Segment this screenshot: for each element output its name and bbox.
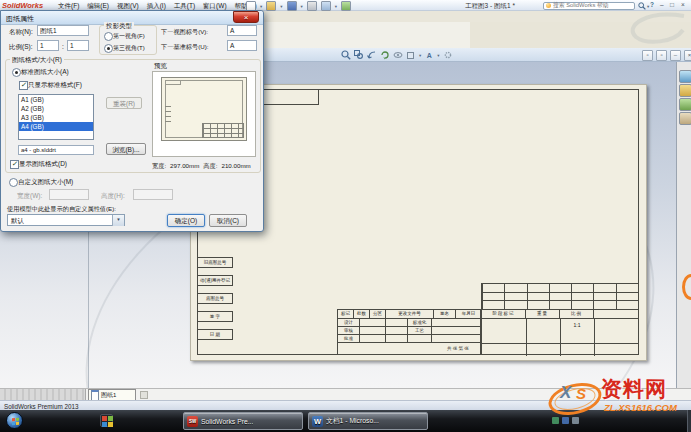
third-angle-radio[interactable] bbox=[104, 44, 113, 53]
title-block-right: 阶段标记 重量 比例 1:1 bbox=[481, 283, 639, 355]
minimize-icon[interactable]: – bbox=[660, 1, 664, 9]
search-icon[interactable]: ▾ bbox=[638, 2, 649, 10]
next-datum-label: 下一基准标号(U): bbox=[161, 43, 208, 52]
name-value: 图纸1 bbox=[40, 27, 57, 34]
custom-props-dropdown[interactable]: 默认 ▼ bbox=[7, 214, 125, 226]
custom-size-radio[interactable] bbox=[9, 178, 18, 187]
restore-icon[interactable]: □ bbox=[670, 1, 674, 9]
solidworks-app-icon: SW bbox=[187, 416, 198, 427]
scale-cell: 比例 bbox=[560, 310, 594, 319]
role-cell: 标准化 bbox=[408, 319, 432, 327]
windows-flag-icon bbox=[12, 417, 19, 425]
only-standard-checkbox[interactable] bbox=[19, 81, 28, 90]
aux-block: 日 期 bbox=[197, 329, 233, 340]
name-label: 名称(N): bbox=[9, 28, 33, 37]
open-icon[interactable] bbox=[266, 1, 276, 11]
save-icon[interactable] bbox=[287, 1, 297, 11]
undo-icon[interactable] bbox=[321, 1, 331, 11]
hide-show-items-icon[interactable] bbox=[393, 50, 403, 60]
role-row: 批准 bbox=[338, 335, 482, 343]
ok-button[interactable]: 确定(O) bbox=[167, 214, 205, 227]
redraw-icon[interactable] bbox=[380, 50, 390, 60]
dialog-close-icon[interactable]: × bbox=[233, 11, 259, 23]
sheet-size-option[interactable]: A2 (GB) bbox=[19, 104, 93, 113]
previous-view-icon[interactable] bbox=[367, 50, 377, 60]
custom-height-label: 高度(H): bbox=[101, 192, 125, 201]
display-style-icon[interactable] bbox=[406, 50, 416, 60]
role-row: 设计 标准化 bbox=[338, 319, 482, 327]
pinned-app-icon[interactable] bbox=[100, 414, 113, 427]
scale-numerator-input[interactable]: 1 bbox=[37, 40, 59, 51]
scale-num: 1 bbox=[40, 42, 44, 49]
first-angle-radio[interactable] bbox=[104, 32, 113, 41]
format-file-input[interactable]: a4 - gb.slddrt bbox=[18, 145, 94, 155]
start-button[interactable] bbox=[6, 412, 23, 429]
view-palette-icon[interactable] bbox=[679, 112, 691, 125]
print-icon[interactable] bbox=[307, 1, 317, 11]
display-format-checkbox[interactable] bbox=[10, 160, 19, 169]
scale-separator: : bbox=[62, 43, 64, 50]
aux-block: 底图总号 bbox=[197, 293, 233, 304]
reload-button[interactable]: 重装(R) bbox=[106, 97, 142, 109]
sheet-size-listbox[interactable]: A1 (GB)A2 (GB)A3 (GB)A4 (GB) bbox=[18, 94, 94, 140]
add-sheet-button[interactable] bbox=[140, 391, 148, 399]
custom-props-value: 默认 bbox=[11, 217, 24, 226]
zoom-area-icon[interactable] bbox=[354, 50, 364, 60]
doc-minimize-icon[interactable]: ▫ bbox=[642, 50, 653, 61]
watermark-logo-x: X bbox=[560, 383, 571, 403]
zoom-fit-icon[interactable] bbox=[341, 50, 351, 60]
height-value: 210.00mm bbox=[221, 162, 250, 171]
name-input[interactable]: 图纸1 bbox=[37, 25, 89, 36]
only-standard-label: 只显示标准格式(F) bbox=[28, 81, 82, 90]
width-label: 宽度: bbox=[152, 162, 166, 171]
taskbar-item-label: 文档1 - Microso... bbox=[326, 416, 379, 426]
stage-cell: 阶段标记 bbox=[482, 310, 526, 319]
standard-size-radio[interactable] bbox=[12, 68, 21, 77]
taskbar-item-word[interactable]: W 文档1 - Microso... bbox=[308, 412, 428, 430]
role-cell: 批准 bbox=[338, 335, 360, 343]
solidworks-window: 旧底图总号借(通)用件登记底图总号签 字日 期 标记处数分区更改文件号签名年月日… bbox=[0, 0, 691, 432]
custom-props-label: 使用模型中此处显示的自定义属性值(E): bbox=[7, 205, 116, 214]
rebuild-icon[interactable] bbox=[341, 1, 351, 11]
document-window-controls: ▫ ▫ – × bbox=[642, 50, 691, 61]
watermark-logo-s: S bbox=[576, 385, 586, 402]
help-icon[interactable]: ? bbox=[650, 1, 654, 8]
close-window-icon[interactable]: × bbox=[681, 1, 685, 9]
doc-restore-icon[interactable]: ▫ bbox=[656, 50, 667, 61]
taskbar-item-solidworks[interactable]: SW SolidWorks Pre... bbox=[183, 412, 303, 430]
doc-dash-icon[interactable]: – bbox=[670, 50, 681, 61]
sheet-size-option[interactable]: A4 (GB) bbox=[19, 122, 93, 131]
next-view-input[interactable]: A bbox=[227, 25, 257, 36]
annotations-icon[interactable]: A bbox=[424, 50, 434, 60]
sheet-format-group: 图纸格式/大小(R) 标准图纸大小(A) 只显示标准格式(F) A1 (GB)A… bbox=[5, 59, 261, 173]
display-format-label: 显示图纸格式(D) bbox=[19, 160, 67, 169]
help-ball-icon bbox=[546, 3, 551, 8]
sheet-size-option[interactable]: A3 (GB) bbox=[19, 113, 93, 122]
cancel-button[interactable]: 取消(C) bbox=[209, 214, 247, 227]
sheet-size-option[interactable]: A1 (GB) bbox=[19, 95, 93, 104]
revision-header-row: 标记处数分区更改文件号签名年月日 bbox=[338, 310, 482, 319]
first-angle-label: 第一视角(F) bbox=[113, 32, 145, 41]
revision-header-cell: 标记 bbox=[338, 310, 354, 319]
chevron-down-icon: ▼ bbox=[112, 215, 124, 226]
design-library-icon[interactable] bbox=[679, 84, 691, 97]
options-gear-icon[interactable] bbox=[443, 50, 453, 60]
stage-header-row: 阶段标记 重量 比例 bbox=[482, 310, 638, 319]
dialog-title: 图纸属性 bbox=[6, 14, 34, 24]
file-explorer-icon[interactable] bbox=[679, 98, 691, 111]
doc-close-icon[interactable]: × bbox=[684, 50, 691, 61]
scale-den: 1 bbox=[70, 42, 74, 49]
custom-width-input bbox=[49, 189, 89, 200]
status-text: SolidWorks Premium 2013 bbox=[4, 403, 78, 410]
revision-header-cell: 年月日 bbox=[456, 310, 482, 319]
custom-height-input bbox=[133, 189, 173, 200]
solidworks-logo: SolidWorks bbox=[2, 1, 43, 10]
preview-title-block bbox=[202, 123, 244, 138]
projection-group: 投影类型 第一视角(F) 第三视角(T) bbox=[99, 25, 157, 55]
search-placeholder: 搜索 SolidWorks 帮助 bbox=[553, 1, 609, 10]
browse-button[interactable]: 浏览(B)... bbox=[106, 143, 146, 155]
scale-denominator-input[interactable]: 1 bbox=[67, 40, 89, 51]
solidworks-resources-icon[interactable] bbox=[679, 70, 691, 83]
next-datum-input[interactable]: A bbox=[227, 40, 257, 51]
search-input[interactable]: 搜索 SolidWorks 帮助 bbox=[543, 2, 635, 10]
